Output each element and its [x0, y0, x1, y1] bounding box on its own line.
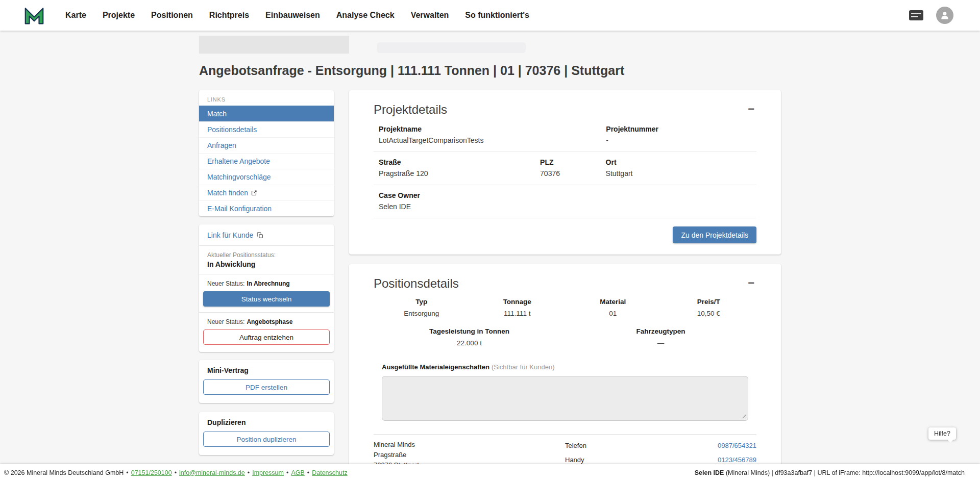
- main-nav: Karte Projekte Positionen Richtpreis Ein…: [65, 11, 909, 20]
- strasse-value: Pragstraße 120: [379, 169, 540, 178]
- case-owner-label: Case Owner: [379, 191, 751, 199]
- footer-phone-link[interactable]: 07151/250100: [131, 469, 172, 476]
- fahrzeugtypen-label: Fahrzeugtypen: [565, 327, 756, 335]
- session-info: Selen IDE (Mineral Minds) | df93a3afbaf7…: [695, 469, 965, 476]
- project-details-card: Projektdetails − Projektname LotActualTa…: [349, 90, 781, 255]
- nav-item-analyse-check[interactable]: Analyse Check: [336, 11, 395, 20]
- mini-contract-card: Mini-Vertrag PDF erstellen: [199, 360, 334, 403]
- sidebar-item-label: Match: [207, 110, 227, 118]
- projektnummer-label: Projektnummer: [606, 125, 751, 133]
- sidebar-item-label: E-Mail Konfiguration: [207, 205, 272, 213]
- preis-label: Preis/T: [661, 298, 757, 306]
- duplicate-card: Duplizieren Position duplizieren: [199, 412, 334, 455]
- copy-icon: [257, 232, 263, 239]
- customer-link-label: Link für Kunde: [207, 231, 253, 239]
- strasse-label: Straße: [379, 158, 540, 166]
- navbar-actions: [909, 7, 953, 24]
- new-status-line: Neuer Status:Angebotsphase: [207, 318, 326, 325]
- tagesleistung-value: 22.000 t: [374, 339, 565, 347]
- collapse-icon[interactable]: −: [746, 103, 756, 116]
- links-header: LINKS: [199, 94, 334, 106]
- plz-value: 70376: [540, 169, 605, 178]
- nav-item-positionen[interactable]: Positionen: [151, 11, 193, 20]
- mobile-link[interactable]: 0123/456789: [718, 456, 756, 464]
- new-status-line: Neuer Status:In Abrechnung: [207, 280, 326, 287]
- logo-icon: [23, 6, 45, 25]
- sidebar-item-matchingvorschlaege[interactable]: Matchingvorschläge: [199, 169, 334, 185]
- project-row: Projektname LotActualTargetComparisonTes…: [374, 119, 756, 152]
- current-status-label: Aktueller Positionsstatus:: [207, 251, 326, 259]
- page: { "colors": { "accent": "#4a7db3", "acce…: [0, 0, 980, 481]
- address-row: Straße Pragstraße 120 PLZ 70376 Ort Stut…: [374, 152, 756, 185]
- material-value: 01: [565, 310, 661, 317]
- sidebar: LINKS Match Positionsdetails Anfragen Er…: [199, 90, 334, 481]
- revoke-order-button[interactable]: Auftrag entziehen: [203, 330, 330, 345]
- tonnage-label: Tonnage: [470, 298, 566, 306]
- details-column: Projektdetails − Projektname LotActualTa…: [349, 90, 781, 481]
- footer-email-link[interactable]: info@mineral-minds.de: [179, 469, 245, 476]
- sidebar-item-erhaltene-angebote[interactable]: Erhaltene Angebote: [199, 153, 334, 169]
- footer-links: © 2026 Mineral Minds Deutschland GmbH • …: [4, 469, 348, 476]
- session-user: Selen IDE: [695, 469, 724, 476]
- customer-link[interactable]: Link für Kunde: [207, 231, 263, 239]
- collapse-icon[interactable]: −: [746, 276, 756, 290]
- status-change-button[interactable]: Status wechseln: [203, 291, 330, 307]
- external-link-icon: [251, 190, 257, 196]
- material-properties-label: Ausgefüllte Materialeigenschaften(Sichtb…: [382, 363, 748, 371]
- mobile-label: Handy: [565, 456, 584, 464]
- phone-link[interactable]: 0987/654321: [718, 442, 756, 449]
- to-project-details-button[interactable]: Zu den Projektdetails: [673, 226, 756, 243]
- sidebar-item-label: Match finden: [207, 189, 248, 197]
- nav-item-einbauweisen[interactable]: Einbauweisen: [265, 11, 320, 20]
- position-summary-row: Typ Entsorgung Tonnage 111.111 t Materia…: [374, 293, 756, 318]
- project-details-title: Projektdetails: [374, 103, 447, 117]
- preis-value: 10,50 €: [661, 310, 757, 317]
- sidebar-item-match-finden[interactable]: Match finden: [199, 185, 334, 200]
- projektname-value: LotActualTargetComparisonTests: [379, 136, 606, 144]
- material-label: Material: [565, 298, 661, 306]
- user-avatar[interactable]: [936, 7, 953, 24]
- separator-dot: •: [286, 469, 288, 476]
- copyright-text: © 2026 Mineral Minds Deutschland GmbH: [4, 469, 124, 476]
- sidebar-item-label: Anfragen: [207, 141, 236, 149]
- skeleton-block: [377, 42, 526, 53]
- divider: [199, 312, 334, 313]
- sidebar-item-positionsdetails[interactable]: Positionsdetails: [199, 121, 334, 137]
- sidebar-item-anfragen[interactable]: Anfragen: [199, 137, 334, 153]
- phone-label: Telefon: [565, 442, 586, 449]
- nav-item-karte[interactable]: Karte: [65, 11, 86, 20]
- mini-contract-title: Mini-Vertrag: [207, 366, 326, 374]
- divider: [199, 245, 334, 246]
- nav-item-richtpreis[interactable]: Richtpreis: [209, 11, 249, 20]
- material-properties-section: Ausgefüllte Materialeigenschaften(Sichtb…: [374, 363, 756, 421]
- current-status-value: In Abwicklung: [207, 260, 326, 268]
- sidebar-links-card: LINKS Match Positionsdetails Anfragen Er…: [199, 90, 334, 216]
- sidebar-item-label: Matchingvorschläge: [207, 173, 271, 181]
- position-details-title: Positionsdetails: [374, 276, 459, 291]
- mineral-minds-logo[interactable]: [23, 6, 45, 25]
- sidebar-item-email-konfiguration[interactable]: E-Mail Konfiguration: [199, 200, 334, 216]
- separator-dot: •: [175, 469, 177, 476]
- separator-dot: •: [248, 469, 250, 476]
- skeleton-row: [199, 36, 781, 59]
- position-extra-row: Tagesleistung in Tonnen 22.000 t Fahrzeu…: [374, 318, 756, 348]
- footer-impressum-link[interactable]: Impressum: [252, 469, 284, 476]
- card-reader-icon[interactable]: [909, 10, 924, 21]
- help-button[interactable]: Hilfe?: [928, 427, 956, 440]
- nav-item-verwalten[interactable]: Verwalten: [411, 11, 449, 20]
- case-owner-row: Case Owner Selen IDE: [374, 185, 756, 218]
- projektnummer-value: -: [606, 136, 751, 144]
- nav-item-projekte[interactable]: Projekte: [103, 11, 135, 20]
- sidebar-item-match[interactable]: Match: [199, 106, 334, 121]
- duplicate-position-button[interactable]: Position duplizieren: [203, 432, 330, 447]
- projektname-label: Projektname: [379, 125, 606, 133]
- material-properties-textarea[interactable]: [382, 376, 748, 421]
- nav-item-so-funktionierts[interactable]: So funktioniert's: [465, 11, 529, 20]
- footer-agb-link[interactable]: AGB: [291, 469, 304, 476]
- visible-for-customers-hint: (Sichtbar für Kunden): [492, 363, 555, 371]
- person-icon: [940, 10, 950, 20]
- typ-value: Entsorgung: [374, 310, 470, 317]
- pdf-create-button[interactable]: PDF erstellen: [203, 379, 330, 395]
- footer-datenschutz-link[interactable]: Datenschutz: [312, 469, 347, 476]
- sidebar-item-label: Erhaltene Angebote: [207, 157, 270, 165]
